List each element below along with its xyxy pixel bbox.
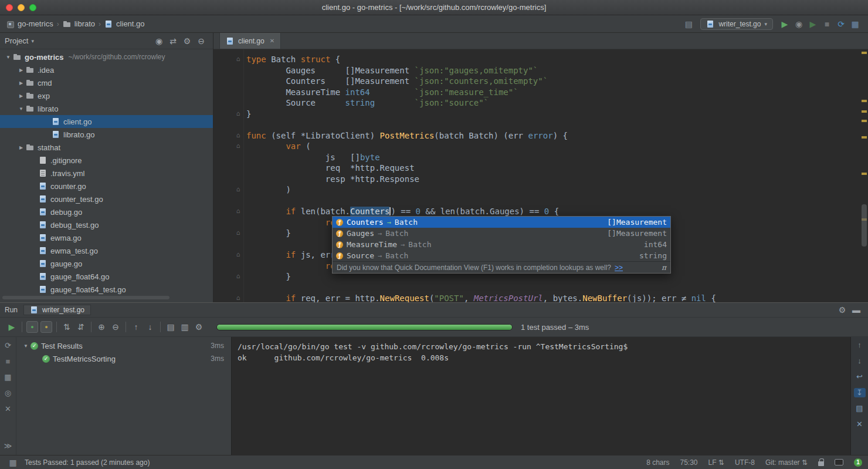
editor-layout-icon[interactable]: ▦ bbox=[848, 18, 862, 30]
import-results-icon[interactable]: ▥ bbox=[178, 321, 192, 333]
expand-arrow-icon[interactable]: ▶ bbox=[16, 80, 26, 86]
fold-marker-icon[interactable]: ⌂ bbox=[233, 249, 243, 261]
tab-client-go[interactable]: client.go ✕ bbox=[219, 33, 281, 49]
scroll-to-top-icon[interactable]: ↑ bbox=[854, 340, 866, 350]
tree-item-.travis.yml[interactable]: .travis.yml bbox=[0, 167, 213, 180]
tree-item-stathat[interactable]: ▶stathat bbox=[0, 141, 213, 154]
project-view-selector[interactable]: Project ▾ bbox=[5, 36, 34, 45]
expand-arrow-icon[interactable]: ▶ bbox=[16, 68, 26, 73]
line-separator[interactable]: LF ⇅ bbox=[708, 458, 724, 467]
run-config-selector[interactable]: writer_test.go ▾ bbox=[700, 18, 773, 30]
tree-item-librato.go[interactable]: librato.go bbox=[0, 128, 213, 141]
hector-icon[interactable] bbox=[835, 459, 843, 465]
run-tab-writer-test-go[interactable]: writer_test.go bbox=[23, 305, 91, 315]
tree-item-counter_test.go[interactable]: counter_test.go bbox=[0, 193, 213, 205]
tree-item-gauge_float64_test.go[interactable]: gauge_float64_test.go bbox=[0, 283, 213, 296]
notifications-badge[interactable]: 1 bbox=[854, 458, 862, 467]
completion-item-Source[interactable]: ƒSource→Batchstring bbox=[333, 250, 670, 261]
code-line[interactable]: MeasureTime int64 `json:"measure_time"` bbox=[246, 87, 859, 98]
tree-item-client.go[interactable]: client.go bbox=[0, 115, 213, 128]
rerun-tests-icon[interactable]: ▶ bbox=[5, 321, 19, 333]
run-icon[interactable]: ▶ bbox=[778, 18, 792, 30]
settings-gear-icon[interactable]: ⚙ bbox=[192, 321, 206, 333]
print-icon[interactable]: ▤ bbox=[854, 404, 866, 413]
settings-gear-icon[interactable]: ⚙ bbox=[180, 35, 194, 47]
sort-by-duration-icon[interactable]: ⇵ bbox=[74, 321, 88, 333]
close-button[interactable] bbox=[6, 4, 13, 11]
soft-wrap-icon[interactable]: ↩ bbox=[854, 372, 866, 382]
code-line[interactable]: req *http.Request bbox=[246, 163, 859, 174]
show-ignored-icon[interactable]: ● bbox=[40, 321, 52, 333]
completion-item-Gauges[interactable]: ƒGauges→Batch[]Measurement bbox=[333, 228, 670, 239]
code-line[interactable]: Source string `json:"source"` bbox=[246, 97, 859, 109]
previous-failed-test-icon[interactable]: ↑ bbox=[129, 321, 143, 333]
code-line[interactable]: Gauges []Measurement `json:"gauges,omite… bbox=[246, 65, 859, 76]
code-line[interactable]: func (self *LibratoClient) PostMetrics(b… bbox=[246, 130, 859, 141]
run-dashboard-icon[interactable]: ▤ bbox=[681, 18, 696, 30]
editor-scrollbar[interactable] bbox=[862, 204, 867, 247]
code-line[interactable] bbox=[246, 282, 859, 293]
warning-stripe-mark[interactable] bbox=[862, 100, 867, 102]
pin-tab-icon[interactable]: ◎ bbox=[2, 389, 14, 397]
expand-arrow-icon[interactable]: ▶ bbox=[16, 145, 26, 150]
tree-item-ewma.go[interactable]: ewma.go bbox=[0, 231, 213, 244]
collapse-arrow-icon[interactable]: ▼ bbox=[4, 55, 13, 60]
tree-item-ewma_test.go[interactable]: ewma_test.go bbox=[0, 244, 213, 257]
breadcrumb-librato[interactable]: librato bbox=[63, 19, 95, 28]
code-line[interactable]: resp *http.Response bbox=[246, 174, 859, 185]
next-failed-test-icon[interactable]: ↓ bbox=[143, 321, 157, 333]
warning-stripe-mark[interactable] bbox=[862, 52, 867, 54]
code-line[interactable] bbox=[246, 119, 859, 130]
collapse-all-icon[interactable]: ⊖ bbox=[194, 35, 208, 47]
code-line[interactable]: Counters []Measurement `json:"counters,o… bbox=[246, 76, 859, 87]
scroll-to-bottom-icon[interactable]: ↓ bbox=[854, 356, 866, 366]
tree-item-debug.go[interactable]: debug.go bbox=[0, 205, 213, 218]
rerun-icon[interactable]: ⟳ bbox=[834, 18, 848, 30]
completion-item-Counters[interactable]: ƒCounters→Batch[]Measurement bbox=[333, 217, 670, 228]
warning-stripe-mark[interactable] bbox=[862, 110, 867, 113]
warning-stripe-mark[interactable] bbox=[862, 136, 867, 139]
fold-marker-icon[interactable]: ⌂ bbox=[233, 228, 243, 239]
fold-marker-icon[interactable]: ⌂ bbox=[233, 271, 243, 282]
test-history-icon[interactable]: ▤ bbox=[164, 321, 178, 333]
minimize-button[interactable] bbox=[18, 4, 25, 11]
tree-item-librato[interactable]: ▼librato bbox=[0, 102, 213, 115]
tree-item-gauge.go[interactable]: gauge.go bbox=[0, 257, 213, 270]
coverage-icon[interactable]: ◉ bbox=[792, 18, 806, 30]
collapse-arrow-icon[interactable]: ▼ bbox=[16, 106, 26, 112]
close-icon[interactable]: ✕ bbox=[2, 405, 14, 413]
fold-marker-icon[interactable]: ⌂ bbox=[233, 109, 243, 120]
scroll-to-end-icon[interactable]: ↧ bbox=[854, 388, 866, 397]
encoding[interactable]: UTF-8 bbox=[735, 458, 755, 467]
fold-marker-icon[interactable]: ⌂ bbox=[233, 54, 243, 65]
fold-marker-icon[interactable]: ⌂ bbox=[233, 206, 243, 217]
code-line[interactable]: if len(batch.Counters) == 0 && len(batch… bbox=[246, 206, 859, 217]
warning-stripe-mark[interactable] bbox=[862, 173, 867, 175]
fold-marker-icon[interactable]: ⌂ bbox=[233, 130, 243, 141]
tree-item-counter.go[interactable]: counter.go bbox=[0, 180, 213, 193]
tree-item-exp[interactable]: ▶exp bbox=[0, 89, 213, 102]
stop-icon[interactable]: ■ bbox=[2, 357, 14, 366]
collapse-all-icon[interactable]: ⊖ bbox=[108, 321, 123, 333]
collapse-arrow-icon[interactable]: ▼ bbox=[21, 343, 30, 349]
code-line[interactable]: if req, err = http.NewRequest("POST", Me… bbox=[246, 293, 859, 302]
console-output[interactable]: /usr/local/go/bin/go test -v github.com/… bbox=[231, 337, 850, 455]
restore-layout-icon[interactable]: ▦ bbox=[2, 373, 14, 382]
fold-marker-icon[interactable]: ⌂ bbox=[233, 184, 243, 195]
show-passed-icon[interactable]: ● bbox=[26, 321, 38, 333]
tree-item-go-metrics[interactable]: ▼go-metrics~/work/src/github.com/rcrowle… bbox=[0, 50, 213, 63]
locate-file-icon[interactable]: ◉ bbox=[152, 35, 166, 47]
rerun-icon[interactable]: ⟳ bbox=[2, 342, 14, 350]
close-icon[interactable]: ✕ bbox=[270, 38, 274, 44]
settings-gear-icon[interactable]: ⚙ bbox=[835, 304, 849, 316]
more-tool-windows-icon[interactable]: ≫ bbox=[2, 442, 14, 450]
expand-all-icon[interactable]: ⊕ bbox=[94, 321, 108, 333]
tree-item-debug_test.go[interactable]: debug_test.go bbox=[0, 218, 213, 231]
lock-icon[interactable] bbox=[818, 461, 824, 466]
test-item-TestMetricsSorting[interactable]: ✓TestMetricsSorting3ms bbox=[16, 352, 231, 365]
code-line[interactable]: var ( bbox=[246, 141, 859, 152]
sort-alphabetically-icon[interactable]: ⇅ bbox=[60, 321, 74, 333]
fold-marker-icon[interactable]: ⌂ bbox=[233, 141, 243, 152]
clear-console-icon[interactable]: ✕ bbox=[854, 420, 866, 429]
code-line[interactable] bbox=[246, 195, 859, 207]
